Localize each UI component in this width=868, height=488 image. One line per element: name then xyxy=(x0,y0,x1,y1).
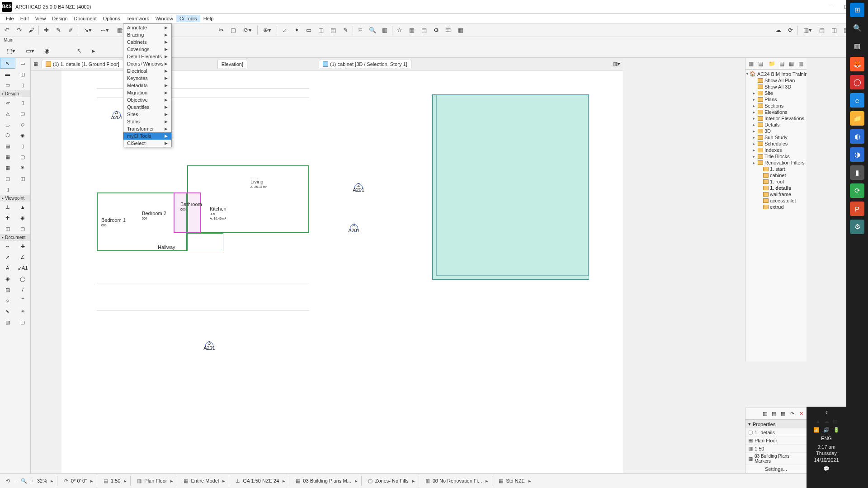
nav-book-icon[interactable]: ▤ xyxy=(778,60,786,68)
tree-item[interactable]: ▸3D xyxy=(745,128,807,134)
move-dropdown[interactable]: ↔▾ xyxy=(97,25,112,35)
pen-value[interactable]: 03 Building Plans M... xyxy=(303,478,351,483)
archicad-task-icon[interactable]: ▮ xyxy=(850,165,864,180)
dim-value[interactable]: GA 1:50 NZE 24 xyxy=(243,478,279,483)
cube-tool[interactable]: ◫ xyxy=(15,69,31,80)
misc-tool[interactable]: ▯ xyxy=(0,184,15,195)
scale-value[interactable]: 1:50 xyxy=(111,478,120,483)
mi-bracing[interactable]: Bracing▶ xyxy=(123,31,171,38)
settings-button[interactable]: Settings... xyxy=(745,465,807,473)
label-tool[interactable]: ↙A1 xyxy=(15,263,31,273)
morph-tool[interactable]: ⬡ xyxy=(0,130,15,141)
prop-btn1[interactable]: ▥ xyxy=(761,410,769,418)
taskview-icon[interactable]: ▥ xyxy=(850,39,864,53)
mi-cabinets[interactable]: Cabinets▶ xyxy=(123,38,171,46)
menu-options[interactable]: Options xyxy=(100,15,123,22)
shell-tool[interactable]: ◡ xyxy=(0,119,15,130)
column-tool[interactable]: ▯ xyxy=(15,80,31,90)
text-tool[interactable]: A xyxy=(0,263,15,273)
tree-item[interactable]: wallframe xyxy=(745,191,807,197)
properties-header[interactable]: ▾Properties xyxy=(745,420,807,428)
zoom-in-icon[interactable]: + xyxy=(29,478,35,484)
mi-electrical[interactable]: Electrical▶ xyxy=(123,67,171,75)
model-value[interactable]: Entire Model xyxy=(191,478,219,483)
tree-item[interactable]: ▸Renovation Filters xyxy=(745,160,807,166)
split-icon[interactable]: ◫ xyxy=(829,25,839,35)
reno-icon[interactable]: ▥ xyxy=(425,478,431,484)
tree-item[interactable]: ▸Title Blocks xyxy=(745,153,807,160)
stack-icon[interactable]: ▤ xyxy=(419,25,429,35)
zoom-out-icon[interactable]: − xyxy=(13,478,19,484)
mi-objective[interactable]: Objective▶ xyxy=(123,96,171,103)
hatch-tool[interactable]: ▨ xyxy=(0,284,15,295)
nav-project-icon[interactable]: ▥ xyxy=(747,60,755,68)
mi-metadata[interactable]: Metadata▶ xyxy=(123,82,171,89)
globe-dropdown[interactable]: ⊕▾ xyxy=(260,25,274,35)
angle-icon[interactable]: ⟳ xyxy=(63,478,69,484)
firefox-icon[interactable]: 🦊 xyxy=(850,57,864,71)
fit-icon[interactable]: ⟲ xyxy=(5,478,11,484)
mi-detail-elements[interactable]: Detail Elements▶ xyxy=(123,53,171,60)
lamp-tool[interactable]: ☀ xyxy=(15,162,31,173)
mi-mycitools[interactable]: myCi Tools▶ xyxy=(123,132,171,140)
nav-view-icon[interactable]: ▤ xyxy=(757,60,764,68)
menu-teamwork[interactable]: Teamwork xyxy=(123,15,152,22)
menu-citools[interactable]: Ci Tools xyxy=(176,15,200,22)
mi-transformer[interactable]: Transformer▶ xyxy=(123,125,171,132)
tool-more[interactable]: ▸ xyxy=(89,46,99,56)
wall-tool[interactable]: ▬ xyxy=(0,69,15,80)
dim-icon[interactable]: ⊥ xyxy=(235,478,241,484)
tree-item[interactable]: 1. start xyxy=(745,166,807,172)
layer-value[interactable]: Plan Floor xyxy=(144,478,167,483)
skylight-tool[interactable]: ◇ xyxy=(15,119,31,130)
search-icon[interactable]: 🔍 xyxy=(850,21,864,35)
navigator-tree[interactable]: ▾🏠AC24 BIM Intro Training Bac Show All P… xyxy=(745,70,807,361)
hotspot-tool[interactable]: ✳ xyxy=(15,306,31,317)
box-icon[interactable]: ▢ xyxy=(228,25,238,35)
menu-design[interactable]: Design xyxy=(49,15,71,22)
tree-item[interactable]: ▸Indexes xyxy=(745,147,807,153)
search-icon[interactable]: 🔍 xyxy=(368,25,377,35)
viewpoint-header[interactable]: Viewpoint xyxy=(0,195,30,202)
pick-icon[interactable]: ✚ xyxy=(41,25,51,35)
arrow-tool[interactable]: ↖ xyxy=(0,58,15,69)
spline-tool[interactable]: ∿ xyxy=(0,306,15,317)
tool-mode[interactable]: ▭▾ xyxy=(23,46,37,56)
tree-item[interactable]: accesstoilet xyxy=(745,197,807,204)
zoom-value[interactable]: 32% xyxy=(37,478,47,483)
mi-migration[interactable]: Migration▶ xyxy=(123,89,171,96)
powerpoint-icon[interactable]: P xyxy=(850,202,864,216)
tree-item[interactable]: ▸Details xyxy=(745,122,807,128)
tree-item[interactable]: ▸Schedules xyxy=(745,141,807,147)
fill-tool[interactable]: ◉ xyxy=(0,273,15,284)
doc-icon[interactable]: ▥ xyxy=(380,25,390,35)
arc-tool[interactable]: ⌒ xyxy=(15,295,31,306)
mi-ciselect[interactable]: CiSelect▶ xyxy=(123,140,171,147)
menu-file[interactable]: File xyxy=(3,15,17,22)
mi-annotate[interactable]: Annotate▶ xyxy=(123,24,171,31)
list-icon[interactable]: ☰ xyxy=(443,25,453,35)
tray-clock[interactable]: 9:17 am Thursday 14/10/2021 xyxy=(814,444,839,463)
ruler-icon[interactable]: ✦ xyxy=(292,25,302,35)
pen-icon[interactable]: ▦ xyxy=(295,478,301,484)
object-tool[interactable]: ◉ xyxy=(15,130,31,141)
tree-root[interactable]: ▾🏠AC24 BIM Intro Training Bac xyxy=(745,70,807,77)
tray-notif-icon[interactable]: 💬 xyxy=(823,466,830,472)
tree-item[interactable]: ▸Sun Study xyxy=(745,134,807,141)
windows-start-icon[interactable]: ⊞ xyxy=(850,3,864,17)
railing-tool[interactable]: ▯ xyxy=(15,141,31,151)
app-blue-icon[interactable]: ◐ xyxy=(850,129,864,144)
wand-icon[interactable]: ✎ xyxy=(53,25,63,35)
section-tool[interactable]: ⊥ xyxy=(0,202,15,212)
prop-delete[interactable]: ✕ xyxy=(797,410,805,418)
worksheet-tool[interactable]: ▢ xyxy=(15,223,31,234)
select-icon[interactable]: ▭ xyxy=(304,25,314,35)
page-icon[interactable]: ▤ xyxy=(328,25,338,35)
mi-coverings[interactable]: Coverings▶ xyxy=(123,46,171,53)
nav-layout-icon[interactable]: ▦ xyxy=(788,60,795,68)
drawing-tool[interactable]: ▢ xyxy=(15,317,31,328)
settings-task-icon[interactable]: ⚙ xyxy=(850,220,864,234)
tab-details[interactable]: (1) 1. details [1. Ground Floor] xyxy=(42,60,123,68)
refresh-dropdown[interactable]: ⟳▾ xyxy=(241,25,255,35)
tabs-icon[interactable]: ▦ xyxy=(33,61,38,67)
